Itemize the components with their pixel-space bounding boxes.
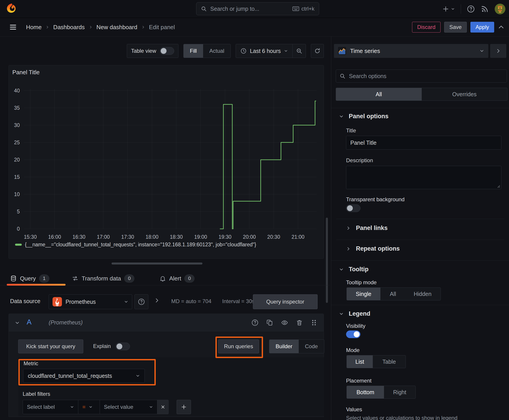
collapse-query-icon[interactable] xyxy=(15,320,20,326)
legend-series-swatch[interactable] xyxy=(15,244,22,246)
scrollbar-thumb[interactable] xyxy=(326,218,328,303)
edit-pane: Table view Fill Actual Last 6 hours xyxy=(0,37,329,420)
menu-icon[interactable] xyxy=(9,23,17,31)
fill-option[interactable]: Fill xyxy=(183,44,203,58)
chevron-down-icon xyxy=(339,114,344,119)
panel-links-section[interactable]: Panel links xyxy=(346,225,387,232)
max-data-points-info: MD = auto = 704 xyxy=(171,298,211,304)
transparent-bg-label: Transparent background xyxy=(346,196,405,202)
tab-alert[interactable]: Alert 0 xyxy=(159,271,195,285)
legend-series-label[interactable]: {__name__="cloudflared_tunnel_total_requ… xyxy=(25,242,256,248)
hide-response-icon[interactable] xyxy=(281,319,288,326)
breadcrumb-edit-panel: Edit panel xyxy=(149,24,175,31)
breadcrumb-new-dashboard[interactable]: New dashboard xyxy=(97,24,137,31)
svg-text:18:00: 18:00 xyxy=(145,234,159,239)
resize-corner-icon[interactable] xyxy=(496,184,500,188)
zoom-out-button[interactable] xyxy=(293,44,306,58)
visualization-picker[interactable]: Time series xyxy=(334,44,488,58)
tab-transform[interactable]: Transform data 0 xyxy=(72,271,134,285)
tooltip-single-option[interactable]: Single xyxy=(347,288,380,300)
description-textarea[interactable] xyxy=(346,166,501,189)
breadcrumb: Home Dashboards New dashboard Edit panel xyxy=(26,24,175,31)
explain-toggle[interactable] xyxy=(116,343,130,350)
datasource-picker[interactable]: Prometheus xyxy=(49,294,132,309)
svg-text:18:30: 18:30 xyxy=(170,234,183,239)
repeat-options-section[interactable]: Repeat options xyxy=(346,245,400,252)
add-filter-button[interactable] xyxy=(177,400,191,414)
query-inspector-button[interactable]: Query inspector xyxy=(253,294,318,309)
news-icon[interactable] xyxy=(481,5,489,13)
breadcrumb-dashboards[interactable]: Dashboards xyxy=(53,24,85,31)
options-search-input[interactable] xyxy=(349,73,503,80)
transform-icon xyxy=(72,275,79,282)
datasource-help-button[interactable] xyxy=(134,294,148,309)
divider xyxy=(331,305,509,305)
legend-list-option[interactable]: List xyxy=(347,355,373,368)
table-view-control: Table view xyxy=(127,44,178,58)
query-row-header[interactable]: A (Prometheus) xyxy=(9,314,324,331)
refresh-button[interactable] xyxy=(311,44,324,58)
metric-select[interactable]: cloudflared_tunnel_total_requests xyxy=(23,369,145,383)
actual-option[interactable]: Actual xyxy=(203,44,231,58)
breadcrumb-home[interactable]: Home xyxy=(26,24,42,31)
duplicate-query-icon[interactable] xyxy=(266,319,273,326)
query-row-actions xyxy=(251,314,317,331)
select-value-text: Select value xyxy=(104,404,146,410)
apply-button[interactable]: Apply xyxy=(471,22,494,32)
remove-filter-button[interactable] xyxy=(157,400,168,414)
search-input[interactable] xyxy=(210,5,289,12)
tab-query[interactable]: Query 1 xyxy=(10,271,49,285)
expand-row-icon[interactable] xyxy=(154,298,160,303)
svg-text:16:30: 16:30 xyxy=(73,234,85,239)
help-icon[interactable] xyxy=(467,5,475,13)
transparent-bg-toggle[interactable] xyxy=(346,204,360,212)
select-value-dropdown[interactable]: Select value xyxy=(100,400,157,414)
panel-title-input[interactable] xyxy=(346,136,501,150)
editor-tabs: Query 1 Transform data 0 Alert 0 xyxy=(0,271,329,285)
user-avatar[interactable] xyxy=(495,4,505,14)
time-range-group: Last 6 hours xyxy=(236,44,306,58)
time-series-chart[interactable]: 051015202530354015:3016:0016:3017:0017:3… xyxy=(9,79,324,239)
code-option[interactable]: Code xyxy=(299,340,324,353)
kick-start-button[interactable]: Kick start your query xyxy=(18,339,83,353)
time-range-picker[interactable]: Last 6 hours xyxy=(236,48,292,54)
svg-text:20: 20 xyxy=(14,157,20,163)
select-label-dropdown[interactable]: Select label xyxy=(23,400,78,414)
builder-option[interactable]: Builder xyxy=(269,340,299,353)
options-filter-tabs: All Overrides xyxy=(336,88,508,101)
datasource-row: Data source Prometheus MD = auto = 704 I… xyxy=(0,294,329,309)
tab-all[interactable]: All xyxy=(336,88,422,100)
tooltip-all-option[interactable]: All xyxy=(380,288,406,300)
placement-bottom-option[interactable]: Bottom xyxy=(347,386,384,398)
description-label: Description xyxy=(346,157,373,164)
legend-visibility-toggle[interactable] xyxy=(346,330,360,338)
grafana-logo-icon[interactable] xyxy=(5,3,18,15)
discard-button[interactable]: Discard xyxy=(412,22,441,32)
run-queries-button[interactable]: Run queries xyxy=(218,339,259,353)
panel-options-section[interactable]: Panel options xyxy=(339,113,388,120)
placement-right-option[interactable]: Right xyxy=(384,386,415,398)
add-menu-button[interactable] xyxy=(442,6,455,12)
query-help-icon[interactable] xyxy=(251,319,258,326)
fill-actual-segment: Fill Actual xyxy=(183,44,231,58)
tooltip-section[interactable]: Tooltip xyxy=(339,266,369,273)
query-ref-id[interactable]: A xyxy=(27,318,31,326)
legend-section[interactable]: Legend xyxy=(339,310,370,317)
chevron-down-icon xyxy=(339,267,344,272)
pane-resize-handle[interactable] xyxy=(112,262,202,264)
legend-table-option[interactable]: Table xyxy=(373,355,406,368)
tooltip-hidden-option[interactable]: Hidden xyxy=(406,288,440,300)
delete-query-icon[interactable] xyxy=(296,319,303,326)
tab-overrides[interactable]: Overrides xyxy=(422,88,508,100)
table-view-toggle[interactable] xyxy=(160,47,174,55)
panel-preview: Panel Title 051015202530354015:3016:0016… xyxy=(8,65,324,259)
drag-handle-icon[interactable] xyxy=(311,319,317,326)
tooltip-mode-label: Tooltip mode xyxy=(346,279,377,286)
operator-dropdown[interactable]: = xyxy=(78,400,100,414)
datasource-name: Prometheus xyxy=(66,299,120,305)
svg-text:5: 5 xyxy=(17,209,20,215)
tab-query-label: Query xyxy=(20,275,36,282)
collapse-sidebar-button[interactable] xyxy=(490,44,506,58)
save-button[interactable]: Save xyxy=(444,22,467,32)
chevron-up-icon[interactable] xyxy=(498,24,504,30)
